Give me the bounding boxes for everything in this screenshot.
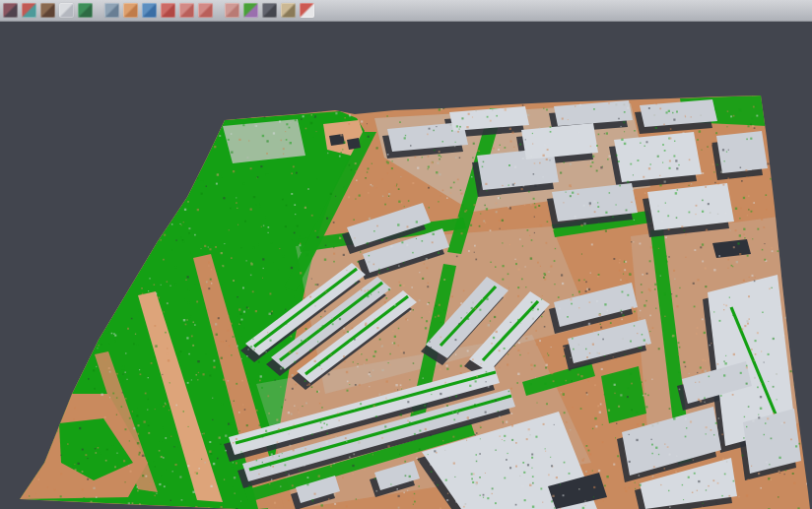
- toolbar: [0, 0, 812, 22]
- application-window: [0, 0, 812, 509]
- grid-select-icon[interactable]: [225, 3, 239, 18]
- circle-select-icon[interactable]: [179, 3, 194, 18]
- toolbar-group-1: [3, 3, 93, 18]
- classification-map-icon[interactable]: [243, 3, 258, 18]
- rect-select-icon[interactable]: [198, 3, 213, 18]
- orthophoto-icon[interactable]: [123, 3, 138, 18]
- measure-icon[interactable]: [281, 3, 296, 18]
- hillshade-icon[interactable]: [262, 3, 277, 18]
- terrain-hill-icon[interactable]: [40, 3, 55, 18]
- surface-vegetation-icon[interactable]: [78, 3, 93, 18]
- 3d-viewport[interactable]: [0, 22, 812, 509]
- globe-icon[interactable]: [142, 3, 157, 18]
- layers-icon[interactable]: [161, 3, 175, 18]
- point-cloud-scene: [0, 22, 812, 509]
- cube-icon[interactable]: [3, 3, 18, 18]
- sparse-points-icon[interactable]: [59, 3, 74, 18]
- building-roof: [716, 131, 768, 173]
- flag-icon[interactable]: [300, 3, 314, 18]
- tree-line: [601, 366, 646, 423]
- toolbar-group-3: [225, 3, 314, 18]
- ground-patch: [223, 119, 305, 163]
- toolbar-group-2: [104, 3, 213, 18]
- classified-points-icon[interactable]: [22, 3, 36, 18]
- dark-structure: [347, 138, 361, 150]
- dark-structure: [329, 134, 345, 146]
- profile-view-icon[interactable]: [104, 3, 119, 18]
